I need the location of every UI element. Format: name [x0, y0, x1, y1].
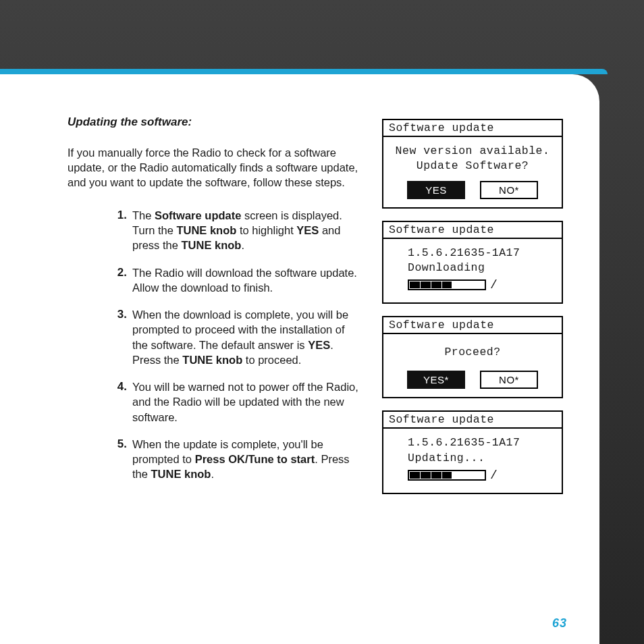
- screen-update-prompt: Software update New version available. U…: [382, 119, 563, 209]
- screen-line: Update Software?: [389, 159, 556, 173]
- page-number: 63: [552, 616, 567, 630]
- screen-buttons: YES* NO*: [383, 371, 562, 397]
- intro-paragraph: If you manually force the Radio to check…: [68, 145, 363, 190]
- progress-bar: [408, 279, 486, 290]
- accent-stripe: [0, 69, 608, 74]
- progress-row: /: [408, 468, 556, 482]
- step-number: 4.: [108, 379, 132, 395]
- instructions-column: Updating the software: If you manually f…: [68, 115, 363, 494]
- step-2: 2. The Radio will download the software …: [108, 265, 363, 296]
- step-text: You will be warned not to power off the …: [132, 379, 363, 425]
- screen-title: Software update: [383, 222, 562, 239]
- screen-updating: Software update 1.5.6.21635-1A17 Updatin…: [382, 410, 563, 494]
- screen-buttons: YES NO*: [383, 181, 562, 207]
- screen-title: Software update: [383, 120, 562, 137]
- no-button: NO*: [480, 371, 538, 389]
- screen-line: New version available.: [389, 144, 556, 159]
- step-number: 1.: [108, 208, 132, 223]
- step-text: When the download is complete, you will …: [132, 307, 363, 367]
- screen-body: Proceed?: [383, 334, 562, 371]
- screen-title: Software update: [383, 317, 562, 334]
- step-number: 2.: [108, 265, 132, 281]
- step-text: The Radio will download the software upd…: [132, 265, 363, 296]
- spinner-icon: /: [489, 278, 498, 292]
- no-button: NO*: [480, 181, 538, 199]
- step-3: 3. When the download is complete, you wi…: [108, 307, 363, 367]
- screen-downloading: Software update 1.5.6.21635-1A17 Downloa…: [382, 221, 563, 304]
- section-heading: Updating the software:: [68, 115, 363, 130]
- step-text: When the update is complete, you'll be p…: [132, 437, 363, 482]
- step-5: 5. When the update is complete, you'll b…: [108, 437, 363, 482]
- step-1: 1. The Software update screen is display…: [108, 208, 363, 253]
- yes-button: YES*: [407, 371, 465, 389]
- status-line: Updating...: [408, 451, 556, 466]
- progress-row: /: [408, 278, 556, 292]
- manual-page: Updating the software: If you manually f…: [0, 74, 599, 644]
- status-line: Downloading: [408, 261, 556, 275]
- screen-title: Software update: [383, 412, 562, 429]
- screen-body: 1.5.6.21635-1A17 Updating... /: [383, 429, 562, 493]
- spinner-icon: /: [489, 468, 498, 482]
- screen-line: Proceed?: [389, 345, 556, 360]
- page-content: Updating the software: If you manually f…: [68, 115, 567, 494]
- screen-body: New version available. Update Software?: [383, 137, 562, 181]
- yes-button: YES: [407, 181, 465, 199]
- screens-column: Software update New version available. U…: [382, 119, 563, 494]
- progress-bar: [408, 470, 486, 481]
- screen-body: 1.5.6.21635-1A17 Downloading /: [383, 239, 562, 303]
- version-line: 1.5.6.21635-1A17: [408, 435, 556, 450]
- steps-list: 1. The Software update screen is display…: [108, 208, 363, 482]
- screen-proceed-prompt: Software update Proceed? YES* NO*: [382, 316, 563, 398]
- step-4: 4. You will be warned not to power off t…: [108, 379, 363, 425]
- step-number: 5.: [108, 437, 132, 452]
- version-line: 1.5.6.21635-1A17: [408, 246, 556, 261]
- step-text: The Software update screen is displayed.…: [132, 208, 363, 253]
- step-number: 3.: [108, 307, 132, 323]
